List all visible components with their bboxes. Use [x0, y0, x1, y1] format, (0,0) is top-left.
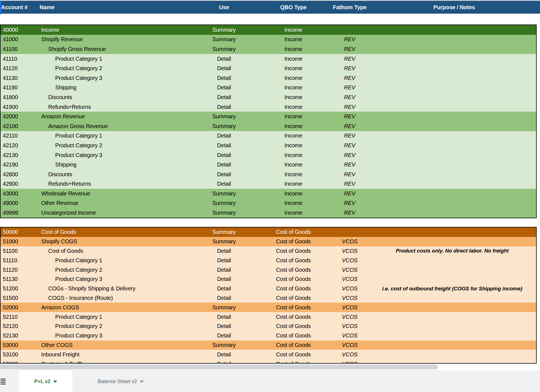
all-sheets-menu-button[interactable] — [0, 371, 16, 392]
horizontal-scrollbar-thumb[interactable] — [0, 364, 438, 369]
cell-name[interactable]: Product Category 1 — [38, 56, 192, 62]
cell-qbo-type[interactable]: Income — [256, 123, 331, 129]
cell-account[interactable]: 41000 — [1, 36, 38, 43]
cell-fathom-type[interactable]: REV — [331, 36, 368, 43]
tab-pl-v2[interactable]: P+L v2 — [19, 371, 72, 392]
cell-fathom-type[interactable]: VCOS — [331, 361, 368, 364]
cell-account[interactable]: 41190 — [1, 84, 38, 91]
cell-qbo-type[interactable]: Income — [256, 27, 331, 33]
cell-qbo-type[interactable]: Income — [256, 56, 331, 62]
cell-name[interactable]: Product Category 3 — [38, 276, 192, 282]
cell-fathom-type[interactable]: VCOS — [331, 323, 368, 329]
cell-fathom-type[interactable]: REV — [331, 104, 368, 110]
cell-use[interactable]: Summary — [192, 200, 256, 206]
cell-qbo-type[interactable]: Income — [256, 75, 331, 81]
cell-name[interactable]: Product Category 3 — [38, 332, 192, 339]
cell-name[interactable]: Amazon Gross Revenue — [38, 123, 192, 129]
cell-qbo-type[interactable]: Income — [256, 152, 331, 158]
cell-account[interactable]: 42100 — [1, 123, 38, 129]
cell-use[interactable]: Summary — [192, 229, 256, 235]
cell-name[interactable]: Uncategorized Income — [38, 210, 192, 216]
cell-use[interactable]: Detail — [192, 361, 256, 364]
column-header-use[interactable]: Use — [192, 4, 256, 11]
cell-fathom-type[interactable]: REV — [331, 84, 368, 91]
cell-purpose-notes[interactable]: Product costs only. No direct labor. No … — [368, 248, 536, 254]
cell-qbo-type[interactable]: Income — [256, 171, 331, 178]
cell-qbo-type[interactable]: Cost of Goods — [256, 229, 331, 235]
cell-use[interactable]: Detail — [192, 257, 256, 264]
cell-use[interactable]: Detail — [192, 142, 256, 149]
cell-account[interactable]: 51000 — [1, 238, 38, 245]
cell-use[interactable]: Detail — [192, 285, 256, 292]
cell-use[interactable]: Summary — [192, 304, 256, 311]
cell-use[interactable]: Summary — [192, 27, 256, 33]
cell-fathom-type[interactable]: REV — [331, 46, 368, 52]
cell-fathom-type[interactable]: VCOS — [331, 295, 368, 301]
cell-fathom-type[interactable]: VCOS — [331, 314, 368, 320]
cell-name[interactable]: Product Category 3 — [38, 75, 192, 81]
cell-qbo-type[interactable]: Cost of Goods — [256, 285, 331, 292]
cell-fathom-type[interactable]: VCOS — [331, 351, 368, 358]
cell-use[interactable]: Detail — [192, 65, 256, 72]
cell-account[interactable]: 49000 — [1, 200, 38, 206]
cell-use[interactable]: Summary — [192, 342, 256, 348]
cell-name[interactable]: Shopify Revenue — [38, 36, 192, 43]
cell-account[interactable]: 51120 — [1, 267, 38, 273]
cell-qbo-type[interactable]: Income — [256, 94, 331, 101]
cell-name[interactable]: COGS - Insurance (Route) — [38, 295, 192, 301]
cell-account[interactable]: 51130 — [1, 276, 38, 282]
cell-fathom-type[interactable]: REV — [331, 123, 368, 129]
cell-name[interactable]: Cost of Goods — [38, 248, 192, 254]
cell-account[interactable]: 52110 — [1, 314, 38, 320]
cell-qbo-type[interactable]: Income — [256, 65, 331, 72]
cell-account[interactable]: 51100 — [1, 248, 38, 254]
cell-fathom-type[interactable]: VCOS — [331, 304, 368, 311]
cell-account[interactable]: 51110 — [1, 257, 38, 264]
cell-name[interactable]: Product Category 2 — [38, 65, 192, 72]
cell-fathom-type[interactable]: VCOS — [331, 332, 368, 339]
cell-account[interactable]: 51200 — [1, 285, 38, 292]
cell-fathom-type[interactable]: REV — [331, 190, 368, 197]
cell-use[interactable]: Summary — [192, 210, 256, 216]
cell-use[interactable]: Detail — [192, 323, 256, 329]
cell-account[interactable]: 53200 — [1, 361, 38, 364]
cell-name[interactable]: Refunds+Returns — [38, 104, 192, 110]
cell-name[interactable]: Refunds+Returns — [38, 181, 192, 187]
cell-use[interactable]: Detail — [192, 171, 256, 178]
cell-fathom-type[interactable]: VCOS — [331, 276, 368, 282]
cell-name[interactable]: Discounts — [38, 94, 192, 101]
cell-account[interactable]: 53000 — [1, 342, 38, 348]
cell-qbo-type[interactable]: Income — [256, 133, 331, 139]
cell-use[interactable]: Detail — [192, 84, 256, 91]
cell-qbo-type[interactable]: Income — [256, 46, 331, 52]
cell-fathom-type[interactable]: REV — [331, 133, 368, 139]
cell-use[interactable]: Detail — [192, 332, 256, 339]
cell-use[interactable]: Detail — [192, 56, 256, 62]
cell-account[interactable]: 50000 — [1, 229, 38, 235]
column-header-account[interactable]: Account # — [0, 4, 38, 11]
cell-use[interactable]: Detail — [192, 94, 256, 101]
cell-name[interactable]: Amazon Revenue — [38, 113, 192, 120]
cell-use[interactable]: Detail — [192, 248, 256, 254]
cell-name[interactable]: Cost of Goods — [38, 229, 192, 235]
cell-account[interactable]: 53100 — [1, 351, 38, 358]
cell-name[interactable]: Product Category 1 — [38, 314, 192, 320]
cell-fathom-type[interactable]: VCOS — [331, 342, 368, 348]
column-header-qbo-type[interactable]: QBO Type — [256, 4, 331, 11]
cell-fathom-type[interactable]: REV — [331, 56, 368, 62]
cell-use[interactable]: Detail — [192, 133, 256, 139]
cell-account[interactable]: 42130 — [1, 152, 38, 158]
cell-name[interactable]: COGs - Shopify Shipping & Delivery — [38, 285, 192, 292]
cell-qbo-type[interactable]: Cost of Goods — [256, 257, 331, 264]
cell-qbo-type[interactable]: Income — [256, 142, 331, 149]
cell-fathom-type[interactable]: VCOS — [331, 238, 368, 245]
cell-use[interactable]: Summary — [192, 36, 256, 43]
cell-account[interactable]: 42120 — [1, 142, 38, 149]
cell-fathom-type[interactable]: VCOS — [331, 267, 368, 273]
cell-use[interactable]: Summary — [192, 123, 256, 129]
cell-qbo-type[interactable]: Income — [256, 210, 331, 216]
cell-name[interactable]: Income — [38, 27, 192, 33]
cell-fathom-type[interactable]: REV — [331, 94, 368, 101]
cell-fathom-type[interactable]: REV — [331, 171, 368, 178]
cell-name[interactable]: Product Category 1 — [38, 133, 192, 139]
